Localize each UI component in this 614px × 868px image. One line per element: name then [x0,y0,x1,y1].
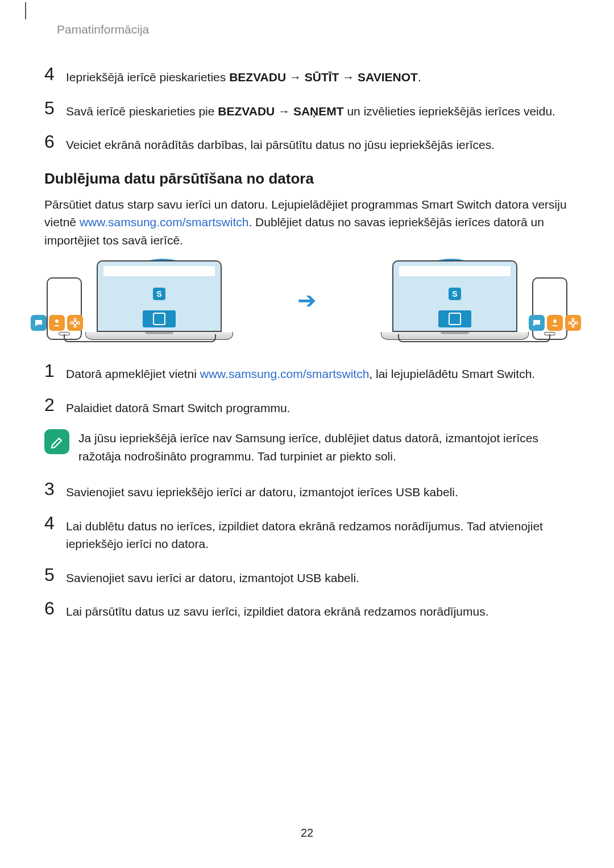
text: un izvēlieties iepriekšējās ierīces veid… [344,105,555,118]
step: 4Lai dublētu datus no ierīces, izpildiet… [44,514,570,553]
scene-right [381,260,567,340]
section-title: Dublējuma datu pārsūtīšana no datora [44,170,570,188]
bold-text: BEZVADU [229,70,286,84]
step-text: Veiciet ekrānā norādītās darbības, lai p… [66,132,570,154]
step-number: 1 [44,362,66,380]
usb-cable-right-icon [398,334,550,342]
text: → [339,70,358,84]
page-header: Pamatinformācija [44,23,570,36]
contact-icon [547,315,563,331]
note-pen-icon [44,429,69,454]
step-text: Savienojiet savu ierīci ar datoru, izman… [66,566,570,587]
bold-text: SŪTĪT [305,70,339,84]
svg-point-5 [70,322,73,324]
step-number: 2 [44,396,66,414]
step-number: 6 [44,132,66,151]
text: Savienojiet savu iepriekšējo ierīci ar d… [66,485,458,499]
link[interactable]: www.samsung.com/smartswitch [200,367,370,380]
data-icons-left [31,313,85,333]
step-text: Savienojiet savu iepriekšējo ierīci ar d… [66,480,570,501]
bold-text: SAVIENOT [358,70,418,84]
step: 5Savienojiet savu ierīci ar datoru, izma… [44,566,570,587]
svg-point-8 [553,319,557,323]
step: 5Savā ierīcē pieskarieties pie BEZVADU →… [44,99,570,121]
text: → [286,70,305,84]
bottom-steps-1: 1Datorā apmeklējiet vietni www.samsung.c… [44,362,570,417]
bold-text: BEZVADU [218,105,275,118]
svg-point-9 [571,321,575,325]
text: → [275,105,293,118]
page-content: Pamatinformācija 4Iepriekšējā ierīcē pie… [0,0,614,621]
text: , lai lejupielādētu Smart Switch. [369,367,535,380]
svg-point-1 [55,319,59,323]
text: Iepriekšējā ierīcē pieskarieties [66,70,229,84]
step: 2Palaidiet datorā Smart Switch programmu… [44,396,570,417]
step-text: Savā ierīcē pieskarieties pie BEZVADU → … [66,99,570,121]
usb-cable-left-icon [64,334,216,342]
step-number: 5 [44,99,66,117]
text: . [418,70,421,84]
flower-icon [67,315,83,331]
flower-icon [565,315,581,331]
bold-text: SAŅEMT [293,105,344,118]
step-number: 4 [44,65,66,83]
svg-point-4 [74,325,76,327]
svg-point-11 [572,325,574,327]
svg-point-13 [575,322,578,324]
step: 3Savienojiet savu iepriekšējo ierīci ar … [44,480,570,501]
step-number: 5 [44,566,66,584]
step-text: Palaidiet datorā Smart Switch programmu. [66,396,570,417]
intro-paragraph: Pārsūtiet datus starp savu ierīci un dat… [44,196,570,250]
laptop-right-icon [381,260,529,340]
scene-left [47,260,233,340]
page-number: 22 [0,827,614,840]
ruler-mark [25,2,26,19]
arrow-right-icon: ➔ [288,287,326,313]
text: Lai dublētu datus no ierīces, izpildiet … [66,520,543,551]
svg-point-3 [74,318,76,321]
text: Savā ierīcē pieskarieties pie [66,105,218,118]
step-text: Datorā apmeklējiet vietni www.samsung.co… [66,362,570,383]
step-number: 3 [44,480,66,498]
bottom-steps-2: 3Savienojiet savu iepriekšējo ierīci ar … [44,480,570,621]
svg-point-10 [572,318,574,321]
text: Savienojiet savu ierīci ar datoru, izman… [66,571,359,584]
step-text: Lai dublētu datus no ierīces, izpildiet … [66,514,570,553]
data-icons-right [529,313,583,333]
step: 1Datorā apmeklējiet vietni www.samsung.c… [44,362,570,383]
note-text: Ja jūsu iepriekšējā ierīce nav Samsung i… [78,429,570,465]
message-icon [529,315,545,331]
transfer-diagram: ➔ [44,260,570,340]
text: Datorā apmeklējiet vietni [66,367,200,380]
step: 4Iepriekšējā ierīcē pieskarieties BEZVAD… [44,65,570,86]
text: Palaidiet datorā Smart Switch programmu. [66,401,291,414]
top-steps: 4Iepriekšējā ierīcē pieskarieties BEZVAD… [44,65,570,154]
step-number: 6 [44,599,66,617]
svg-point-12 [569,322,571,324]
step: 6Lai pārsūtītu datus uz savu ierīci, izp… [44,599,570,621]
step-text: Lai pārsūtītu datus uz savu ierīci, izpi… [66,599,570,621]
text: Veiciet ekrānā norādītās darbības, lai p… [66,138,495,151]
contact-icon [49,315,65,331]
text: Lai pārsūtītu datus uz savu ierīci, izpi… [66,605,489,618]
laptop-left-icon [85,260,233,340]
step-number: 4 [44,514,66,532]
info-note: Ja jūsu iepriekšējā ierīce nav Samsung i… [44,429,570,465]
svg-point-2 [73,321,77,325]
svg-point-6 [77,322,80,324]
message-icon [31,315,47,331]
link[interactable]: www.samsung.com/smartswitch [80,215,249,229]
step-text: Iepriekšējā ierīcē pieskarieties BEZVADU… [66,65,570,86]
step: 6Veiciet ekrānā norādītās darbības, lai … [44,132,570,154]
